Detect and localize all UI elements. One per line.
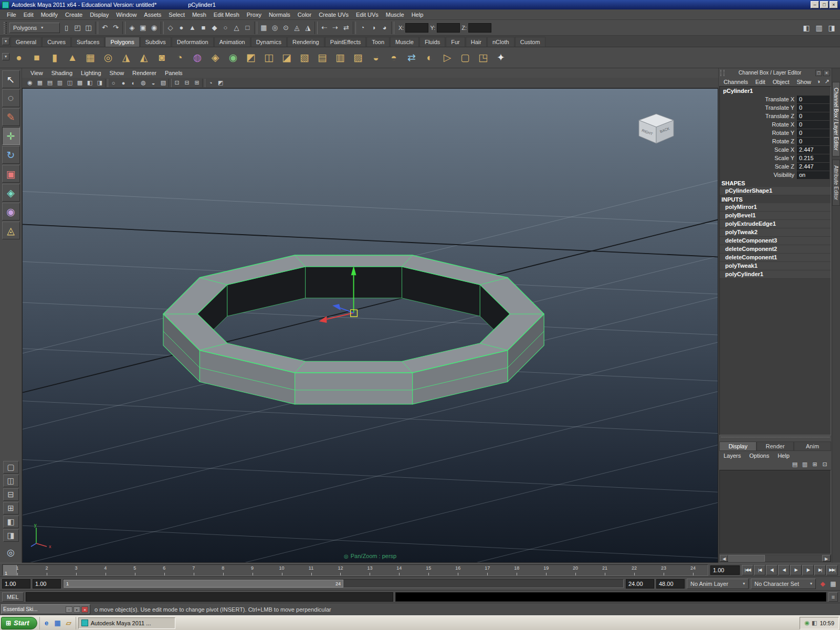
- x-input[interactable]: [405, 23, 428, 33]
- z-input[interactable]: [468, 23, 491, 33]
- input-node[interactable]: polyBevel1: [720, 212, 831, 220]
- time-tick[interactable]: 11: [297, 565, 326, 575]
- shelf-tab[interactable]: Dynamics: [251, 37, 287, 47]
- menu-item[interactable]: Muscle: [382, 10, 408, 19]
- scroll-thumb[interactable]: [728, 555, 765, 562]
- safe-title-icon[interactable]: ◨: [95, 79, 104, 87]
- triangulate-icon[interactable]: ▷: [439, 49, 456, 66]
- separator[interactable]: [202, 79, 205, 87]
- layer-editor-menu-item[interactable]: Options: [745, 452, 773, 459]
- channel-value-field[interactable]: 0: [797, 129, 830, 137]
- panel-menu-item[interactable]: Lighting: [77, 69, 106, 77]
- single-pane-layout-button[interactable]: ▢: [3, 461, 19, 474]
- layer-editor-tab[interactable]: Anim: [794, 442, 831, 451]
- show-manipulator-tool[interactable]: ◬: [2, 222, 20, 239]
- channel-speed-icon[interactable]: ◑: [815, 78, 822, 85]
- channel-value-field[interactable]: 0: [797, 96, 830, 103]
- time-tick[interactable]: 24: [678, 565, 708, 575]
- channel-box-menu-item[interactable]: Channels: [720, 78, 751, 86]
- go-to-end-button[interactable]: ▶▶|: [826, 565, 838, 575]
- input-node[interactable]: deleteComponent1: [720, 254, 831, 262]
- separator[interactable]: [353, 22, 356, 34]
- channel-value-field[interactable]: 0: [797, 138, 830, 145]
- menu-item[interactable]: Edit UVs: [352, 10, 382, 19]
- input-node[interactable]: deleteComponent3: [720, 237, 831, 245]
- time-tick[interactable]: 7: [179, 565, 208, 575]
- restore-button[interactable]: ▫: [66, 606, 72, 613]
- separator[interactable]: [95, 22, 98, 34]
- input-node[interactable]: polyTweak2: [720, 228, 831, 237]
- mask-points-icon[interactable]: ●: [176, 22, 187, 34]
- render-settings-icon[interactable]: ◕: [379, 22, 390, 34]
- separator[interactable]: [169, 79, 172, 87]
- layer-editor-menu-item[interactable]: Layers: [719, 452, 745, 459]
- time-tick[interactable]: 5: [120, 565, 150, 575]
- Rotate Y[interactable]: Rotate Y 0: [720, 129, 831, 137]
- extract-icon[interactable]: ▧: [296, 49, 313, 66]
- channel-box-header[interactable]: Channel Box / Layer Editor □×: [719, 68, 832, 77]
- view-cube[interactable]: RIGHT BACK: [633, 110, 681, 148]
- step-forward-key-button[interactable]: |▶: [802, 565, 814, 575]
- shelf-tab[interactable]: nCloth: [487, 37, 514, 47]
- shelf-tab[interactable]: Animation: [214, 37, 250, 47]
- shelf-tab[interactable]: Fur: [446, 37, 465, 47]
- boolean-union-icon[interactable]: ▤: [314, 49, 331, 66]
- image-plane-icon[interactable]: ◩: [216, 79, 225, 87]
- grid-icon[interactable]: ▦: [35, 79, 45, 87]
- panel-menu-item[interactable]: View: [26, 69, 47, 77]
- poly-pipe-icon[interactable]: ◙: [153, 49, 170, 66]
- maximize-button[interactable]: □: [820, 1, 828, 8]
- four-pane-layout-button[interactable]: ⊞: [3, 502, 19, 514]
- current-time-field[interactable]: 1.00: [710, 565, 740, 575]
- open-scene-icon[interactable]: ◰: [72, 22, 83, 34]
- panel-splitter[interactable]: [721, 437, 830, 441]
- close-button[interactable]: ×: [830, 1, 838, 8]
- xray-icon[interactable]: ⊟: [182, 79, 192, 87]
- maya-task-button[interactable]: Autodesk Maya 2011 ...: [78, 617, 175, 629]
- time-tick[interactable]: 9: [238, 565, 267, 575]
- go-to-start-button[interactable]: |◀◀: [742, 565, 753, 575]
- shelf-tab[interactable]: Deformation: [172, 37, 214, 47]
- shelf-menu-button[interactable]: ▾: [2, 53, 9, 60]
- time-tick[interactable]: 18: [502, 565, 531, 575]
- combine-icon[interactable]: ◫: [260, 49, 277, 66]
- menu-item[interactable]: File: [3, 10, 20, 19]
- Translate Z[interactable]: Translate Z 0: [720, 112, 831, 120]
- gate-mask-icon[interactable]: ◫: [65, 79, 75, 87]
- channel-box-side-tab[interactable]: Channel Box / Layer Editor: [832, 82, 840, 156]
- input-connections-icon[interactable]: ⇠: [319, 22, 330, 34]
- minimized-window[interactable]: Essential Ski... ▫▪×: [1, 604, 90, 614]
- time-tick[interactable]: 6: [150, 565, 179, 575]
- menu-set-dropdown[interactable]: Polygons ▾: [9, 23, 60, 33]
- menu-item[interactable]: Help: [408, 10, 427, 19]
- poly-cone-icon[interactable]: ▲: [64, 49, 81, 66]
- playback-start-field[interactable]: 1.00: [33, 579, 61, 589]
- toolbar-grip[interactable]: [4, 22, 7, 34]
- shape-node[interactable]: pCylinderShape1: [720, 187, 831, 195]
- y-input[interactable]: [437, 23, 460, 33]
- menu-item[interactable]: Create UVs: [315, 10, 352, 19]
- toggle-channel-box-icon[interactable]: ◨: [825, 22, 838, 34]
- shelf-tab[interactable]: Fluids: [419, 37, 445, 47]
- menu-item[interactable]: Modify: [37, 10, 61, 19]
- Scale Y[interactable]: Scale Y 0.215: [720, 154, 831, 162]
- select-camera-icon[interactable]: ◉: [25, 79, 35, 87]
- rotate-tool[interactable]: ↻: [2, 146, 20, 164]
- select-tool[interactable]: ↖: [2, 70, 20, 88]
- universal-manipulator-tool[interactable]: ◈: [2, 184, 20, 202]
- input-node[interactable]: polyMirror1: [720, 203, 831, 212]
- mask-lines-icon[interactable]: ▲: [187, 22, 198, 34]
- shelf-tab[interactable]: Hair: [466, 37, 487, 47]
- poly-pyramid-icon[interactable]: ◭: [135, 49, 152, 66]
- channel-slider-icon[interactable]: ↗: [823, 78, 831, 85]
- transfer-attributes-icon[interactable]: ⇄: [403, 49, 420, 66]
- mask-handles-icon[interactable]: ◇: [165, 22, 176, 34]
- output-connections-icon[interactable]: ⇢: [330, 22, 341, 34]
- render-current-frame-icon[interactable]: ◔: [357, 22, 368, 34]
- menu-item[interactable]: Color: [294, 10, 315, 19]
- undo-icon[interactable]: ↶: [99, 22, 110, 34]
- snap-point-icon[interactable]: ⊙: [280, 22, 291, 34]
- Scale X[interactable]: Scale X 2.447: [720, 145, 831, 154]
- menu-item[interactable]: Mesh: [188, 10, 210, 19]
- menu-item[interactable]: Edit: [20, 10, 37, 19]
